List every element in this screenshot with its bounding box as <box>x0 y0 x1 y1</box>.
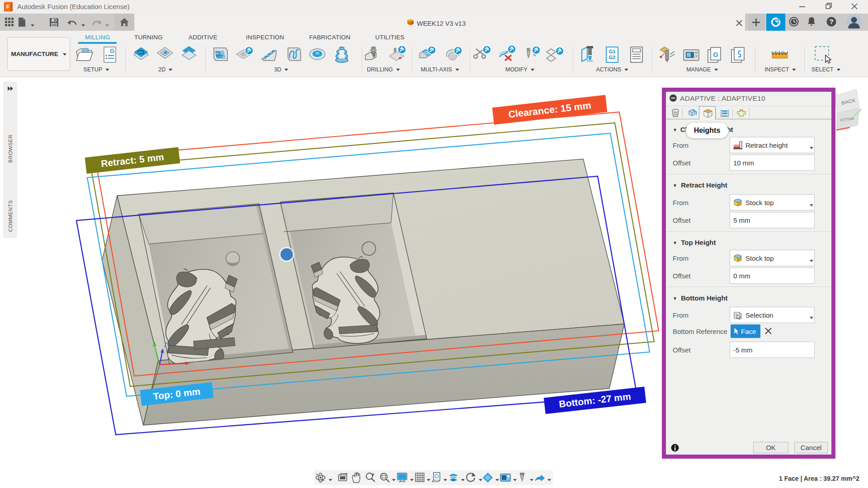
svg-text:Z: Z <box>164 341 168 348</box>
svg-text:X: X <box>195 360 199 367</box>
